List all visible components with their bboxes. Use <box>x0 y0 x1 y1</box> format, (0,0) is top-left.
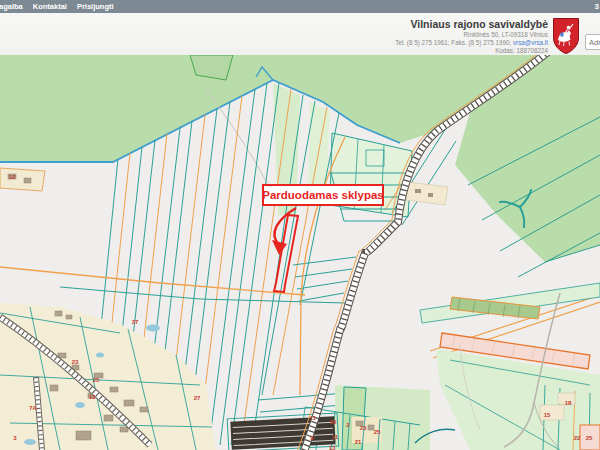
menu-item-pagalba[interactable]: Pagalba <box>0 2 23 11</box>
address-line: Rinktinės 50, LT-09318 Vilnius <box>395 31 548 39</box>
municipality-info: Vilniaus rajono savivaldybė Rinktinės 50… <box>395 18 548 55</box>
topbar-right-number: 3 <box>595 2 599 11</box>
page: { "topbar": { "menu": [ {"label": "Pagal… <box>0 0 600 450</box>
site-header: Vilniaus rajono savivaldybė Rinktinės 50… <box>0 13 600 56</box>
page-title: Vilniaus rajono savivaldybė <box>395 18 548 31</box>
top-menu: Pagalba Kontaktai Prisijungti <box>0 2 114 11</box>
cadastral-map[interactable]: 12372325137A273112922325911211315182225 … <box>0 55 600 450</box>
contact-line: Tel. (8 5) 275 1961; Faks. (8 5) 275 199… <box>395 39 548 47</box>
map-canvas <box>0 55 600 450</box>
contact-text: Tel. (8 5) 275 1961; Faks. (8 5) 275 199… <box>395 39 513 46</box>
menu-item-prisijungti[interactable]: Prisijungti <box>77 2 114 11</box>
top-menu-bar: Pagalba Kontaktai Prisijungti 3 <box>0 0 600 13</box>
coat-of-arms-icon <box>552 17 580 55</box>
menu-item-kontaktai[interactable]: Kontaktai <box>33 2 67 11</box>
for-sale-callout: Parduodamas sklypas <box>262 184 384 206</box>
email-link[interactable]: vrsa@vrsa.lt <box>513 39 548 46</box>
code-line: Kodas: 188708224 <box>395 47 548 55</box>
address-search-input[interactable] <box>585 34 600 50</box>
